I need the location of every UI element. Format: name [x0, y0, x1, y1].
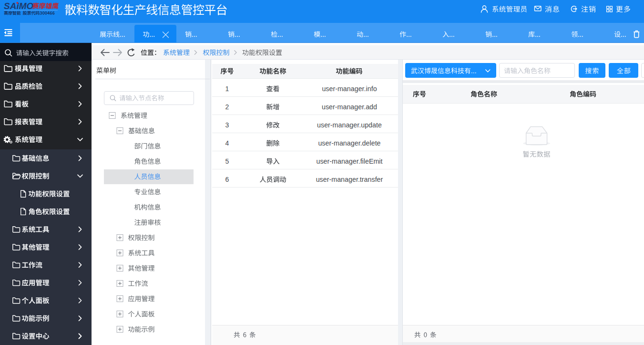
- svg-text:user-manager.info: user-manager.info: [322, 85, 377, 93]
- svg-text:user-manager.add: user-manager.add: [322, 103, 377, 111]
- svg-text:2: 2: [225, 103, 229, 111]
- svg-text:5: 5: [225, 157, 229, 165]
- svg-text:6: 6: [225, 176, 229, 183]
- svg-text:user-manager.fileEmit: user-manager.fileEmit: [316, 157, 382, 165]
- svg-text:1: 1: [225, 85, 229, 93]
- svg-text:4: 4: [225, 139, 229, 147]
- svg-text:user-manager.delete: user-manager.delete: [318, 139, 380, 147]
- svg-text:3: 3: [225, 121, 229, 129]
- svg-text:SAiMO: SAiMO: [4, 1, 34, 11]
- svg-text:user-manager.update: user-manager.update: [317, 121, 382, 129]
- svg-text:user-manager.transfer: user-manager.transfer: [316, 176, 383, 183]
